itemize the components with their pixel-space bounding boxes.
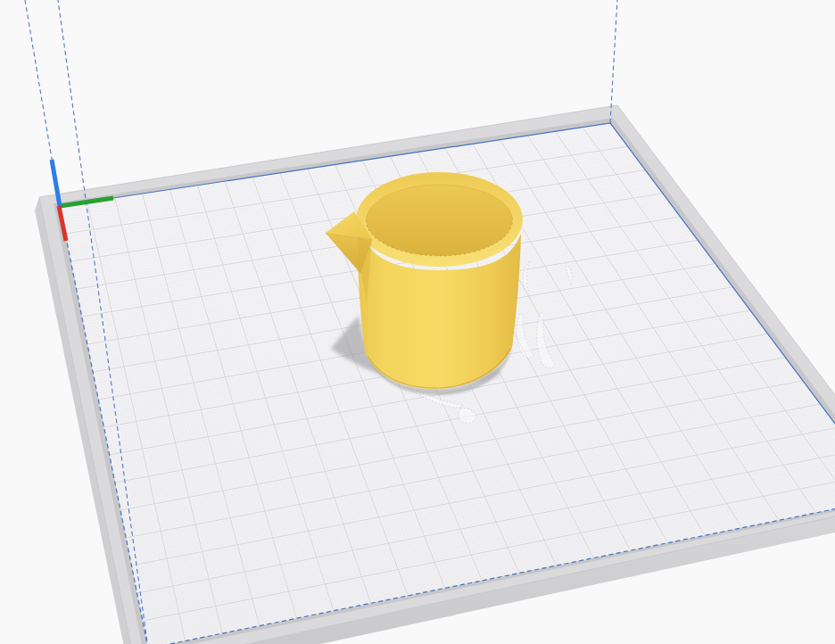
3d-viewport[interactable] [0, 0, 835, 644]
scene-canvas [0, 0, 835, 644]
